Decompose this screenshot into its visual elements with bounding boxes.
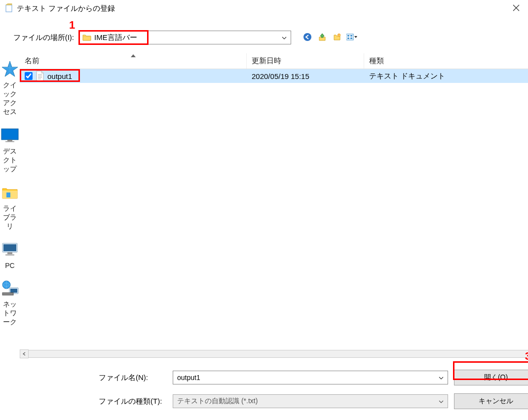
sidebar-item-label: ライブラリ [0,204,20,231]
annotation-3: 3 [525,350,528,363]
svg-rect-9 [1,129,18,140]
filetype-value: テキストの自動認識 (*.txt) [177,397,258,406]
chevron-down-icon [439,375,444,381]
svg-rect-10 [7,140,12,141]
lookin-label: ファイルの場所(I): [5,33,79,42]
bottom-panel: 3 ファイル名(N): output1 開く(O) [20,359,528,420]
svg-rect-13 [6,192,10,197]
svg-rect-11 [5,141,14,142]
app-icon [5,3,14,14]
svg-rect-15 [3,244,16,251]
chevron-down-icon [282,35,287,40]
file-type: テキスト ドキュメント [364,69,528,83]
quickaccess-icon [0,59,20,79]
file-listview[interactable]: 名前 更新日時 種類 2 output1 [20,53,528,359]
annotation-1: 1 [69,19,75,32]
sidebar-item-label: クイック アクセス [0,81,20,116]
network-icon [0,278,20,298]
column-header-type[interactable]: 種類 [364,53,528,69]
folder-icon [82,34,91,41]
filename-label: ファイル名(N): [20,373,173,382]
column-header-date[interactable]: 更新日時 [247,53,364,69]
cancel-button[interactable]: キャンセル [454,393,528,409]
sidebar-item-libraries[interactable]: ライブラリ [0,180,20,237]
new-folder-icon[interactable]: ✦ [332,33,342,42]
chevron-down-icon [439,398,444,404]
lookin-combo[interactable]: IME言語バー [79,31,291,44]
file-name: output1 [47,72,72,80]
svg-point-1 [303,33,311,41]
open-button[interactable]: 開く(O) [454,370,528,385]
window-title: テキスト ファイルからの登録 [17,4,506,13]
pc-icon [0,240,20,260]
svg-rect-0 [6,5,12,12]
svg-rect-21 [2,293,13,295]
sidebar-item-quickaccess[interactable]: クイック アクセス [0,56,20,122]
svg-text:✦: ✦ [338,34,340,37]
sidebar-item-network[interactable]: ネットワーク [0,275,20,333]
svg-rect-5 [347,35,349,37]
svg-rect-20 [10,289,17,293]
svg-rect-6 [350,35,352,37]
sidebar-item-desktop[interactable]: デスクトップ [0,122,20,180]
sidebar: クイック アクセス デスクトップ ライブラリ PC [0,53,20,420]
svg-rect-16 [7,252,12,254]
lookin-value: IME言語バー [94,33,137,42]
scrollbar-track[interactable] [29,350,528,358]
listview-header: 名前 更新日時 種類 [20,53,528,69]
sidebar-item-label: ネットワーク [0,300,20,327]
toolbar: ファイルの場所(I): 1 IME言語バー ✦ [0,17,528,53]
scroll-left-icon[interactable] [20,349,29,358]
file-row[interactable]: output1 2020/05/19 15:15 テキスト ドキュメント [20,69,528,83]
desktop-icon [0,125,20,145]
textfile-icon [36,71,44,81]
toolbar-icons: ✦ [302,33,357,43]
svg-rect-7 [347,38,349,39]
horizontal-scrollbar[interactable] [20,349,528,359]
filename-value: output1 [177,374,200,382]
sidebar-item-label: デスクトップ [0,147,20,174]
back-icon[interactable] [302,33,313,43]
titlebar: テキスト ファイルからの登録 [0,0,528,17]
sidebar-item-pc[interactable]: PC [0,237,20,275]
file-checkbox[interactable] [25,72,33,80]
up-icon[interactable] [317,33,328,42]
filetype-label: ファイルの種類(T): [20,397,173,406]
column-header-name[interactable]: 名前 [20,53,247,69]
filename-combo[interactable]: output1 [173,371,448,384]
view-menu-icon[interactable] [346,33,357,42]
filetype-combo[interactable]: テキストの自動認識 (*.txt) [173,394,448,408]
close-button[interactable] [506,3,526,14]
sidebar-item-label: PC [5,262,14,269]
libraries-icon [0,183,20,202]
file-date: 2020/05/19 15:15 [247,69,364,83]
svg-rect-17 [5,254,14,256]
svg-rect-4 [346,34,353,40]
svg-rect-8 [350,38,352,39]
